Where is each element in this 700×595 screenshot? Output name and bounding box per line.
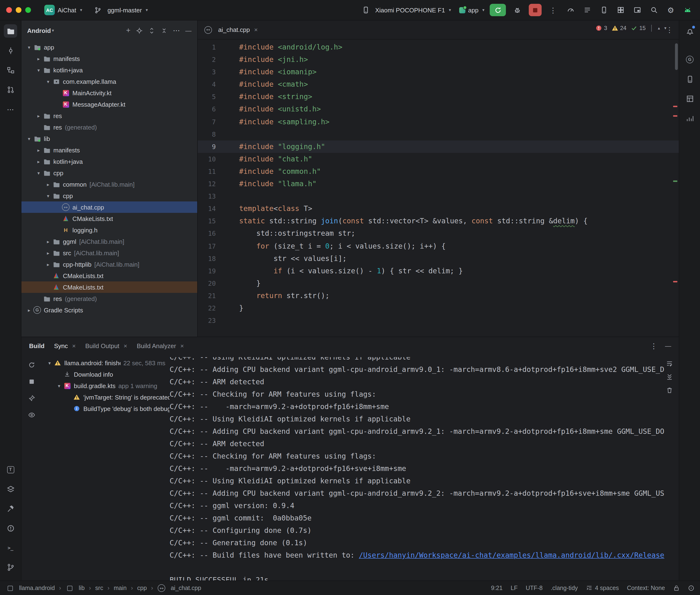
project-folder-button[interactable] bbox=[4, 24, 17, 38]
tree-item[interactable]: CMakeLists.txt bbox=[22, 213, 197, 224]
structure-button[interactable] bbox=[4, 63, 17, 77]
tree-item[interactable]: ▾app bbox=[22, 41, 197, 53]
breadcrumb-item[interactable]: cpp bbox=[137, 585, 147, 591]
pull-requests-button[interactable] bbox=[4, 83, 17, 96]
status-clang-tidy[interactable]: .clang-tidy bbox=[551, 585, 578, 591]
inspections-widget[interactable]: 3 24 15 │ ▴ ▾ bbox=[593, 24, 668, 32]
eye-button[interactable] bbox=[26, 409, 37, 421]
stop-button[interactable] bbox=[529, 4, 541, 16]
code-line[interactable]: 18 str << values[i]; bbox=[198, 252, 679, 264]
tree-item[interactable]: BuildType 'debug' is both debuggable bbox=[42, 403, 170, 414]
code-line[interactable]: 4#include <cmath> bbox=[198, 78, 679, 91]
scroll-end-button[interactable] bbox=[666, 373, 673, 380]
close-tab-icon[interactable]: × bbox=[72, 342, 76, 349]
todo-button[interactable]: T bbox=[4, 463, 17, 476]
code-line[interactable]: 8 bbox=[198, 128, 679, 140]
code-line[interactable]: 9#include "logging.h" bbox=[198, 140, 679, 153]
gradle-button[interactable]: G bbox=[683, 53, 696, 66]
code-line[interactable]: 6#include <unistd.h> bbox=[198, 103, 679, 115]
status-context[interactable]: Context: None bbox=[627, 585, 665, 591]
tree-item[interactable]: ▾cpp bbox=[22, 167, 197, 178]
chevron-down-icon[interactable]: ▾ bbox=[46, 360, 53, 366]
code-line[interactable]: 1#include <android/log.h> bbox=[198, 41, 679, 53]
chevron-right-icon[interactable]: ▸ bbox=[44, 182, 52, 187]
close-tab-icon[interactable]: × bbox=[254, 26, 258, 33]
settings-button[interactable]: ⚙ bbox=[665, 4, 677, 16]
tree-item[interactable]: ▾cpp bbox=[22, 190, 197, 201]
tree-item[interactable]: CMakeLists.txt bbox=[22, 281, 197, 293]
code-line[interactable]: 16 std::ostringstream str; bbox=[198, 227, 679, 240]
error-stripe-mark[interactable] bbox=[673, 281, 677, 282]
logcat-button[interactable] bbox=[581, 4, 593, 16]
chevron-down-icon[interactable]: ▾ bbox=[44, 193, 52, 198]
running-devices-button[interactable] bbox=[631, 4, 644, 16]
chevron-down-icon[interactable]: ▾ bbox=[44, 79, 52, 84]
code-line[interactable]: 2#include <jni.h> bbox=[198, 53, 679, 66]
tree-item[interactable]: ▸src[AiChat.lib.main] bbox=[22, 247, 197, 259]
status-line-ending[interactable]: LF bbox=[511, 585, 517, 591]
window-controls[interactable] bbox=[6, 7, 31, 13]
project-selector[interactable]: AC AiChat ▾ bbox=[44, 5, 82, 15]
tree-item[interactable]: ▾lib bbox=[22, 133, 197, 144]
locate-icon[interactable] bbox=[136, 27, 143, 34]
minimize-window-button[interactable] bbox=[16, 7, 22, 13]
tree-item[interactable]: ▾llama.android: finished22 sec, 583 ms bbox=[42, 357, 170, 369]
breadcrumb-item[interactable]: llama.android bbox=[6, 584, 55, 592]
tree-item[interactable]: ++ai_chat.cpp bbox=[22, 201, 197, 213]
chevron-right-icon[interactable]: ▸ bbox=[44, 239, 52, 244]
breadcrumb-item[interactable]: lib bbox=[65, 584, 85, 592]
code-line[interactable]: 19 if (i < values.size() - 1) { str << d… bbox=[198, 264, 679, 277]
code-line[interactable]: 12#include "llama.h" bbox=[198, 178, 679, 190]
status-lock[interactable] bbox=[673, 585, 680, 591]
chevron-right-icon[interactable]: ▸ bbox=[35, 159, 43, 164]
rerun-button[interactable] bbox=[490, 4, 506, 16]
hide-build-panel-icon[interactable]: — bbox=[665, 342, 671, 349]
code-line[interactable]: 22} bbox=[198, 302, 679, 314]
build-tab-sync[interactable]: Sync× bbox=[54, 342, 76, 349]
change-stripe-mark[interactable] bbox=[673, 180, 677, 182]
code-line[interactable]: 17 for (size_t i = 0; i < values.size();… bbox=[198, 240, 679, 252]
hide-icon[interactable]: — bbox=[185, 27, 192, 34]
problems-button[interactable] bbox=[4, 521, 17, 535]
tree-item[interactable]: ▸res bbox=[22, 110, 197, 121]
user-android-button[interactable] bbox=[681, 4, 694, 16]
notifications-button[interactable] bbox=[683, 24, 696, 38]
code-line[interactable]: 5#include <string> bbox=[198, 91, 679, 103]
add-icon[interactable]: + bbox=[126, 27, 131, 34]
device-selector[interactable]: Xiaomi POCOPHONE F1 ▾ bbox=[361, 6, 451, 14]
chevron-right-icon[interactable]: ▸ bbox=[44, 250, 52, 255]
code-line[interactable]: 13 bbox=[198, 190, 679, 202]
tree-item[interactable]: res(generated) bbox=[22, 121, 197, 133]
tree-item[interactable]: ▸GGradle Scripts bbox=[22, 304, 197, 316]
status-caret-position[interactable]: 9:21 bbox=[491, 585, 503, 591]
tree-item[interactable]: res(generated) bbox=[22, 293, 197, 304]
debug-button[interactable] bbox=[511, 4, 524, 16]
next-problem-icon[interactable]: ▾ bbox=[664, 26, 666, 30]
status-inspections-widget[interactable] bbox=[688, 585, 695, 591]
clear-button[interactable] bbox=[666, 387, 673, 394]
run-configuration-selector[interactable]: app ▾ bbox=[459, 6, 484, 13]
close-window-button[interactable] bbox=[6, 7, 12, 13]
build-tab-build-analyzer[interactable]: Build Analyzer× bbox=[137, 342, 184, 349]
code-line[interactable]: 15static std::string join(const std::vec… bbox=[198, 215, 679, 227]
tree-item[interactable]: KMessageAdapter.kt bbox=[22, 98, 197, 110]
chevron-down-icon[interactable]: ▾ bbox=[25, 136, 33, 141]
build-console[interactable]: C/C++: -- Using KleidiAI optimized kerne… bbox=[170, 357, 671, 580]
search-button[interactable] bbox=[648, 4, 660, 16]
close-tab-icon[interactable]: × bbox=[123, 342, 127, 349]
stop-square-button[interactable] bbox=[26, 376, 37, 387]
tree-item[interactable]: ▸cpp-httplib[AiChat.lib.main] bbox=[22, 259, 197, 270]
rerun-button[interactable] bbox=[26, 359, 37, 370]
editor-tab[interactable]: ++ ai_chat.cpp × bbox=[198, 21, 264, 39]
soft-wrap-button[interactable] bbox=[666, 360, 673, 367]
app-inspection-button[interactable] bbox=[615, 4, 627, 16]
chevron-down-icon[interactable]: ▾ bbox=[35, 170, 43, 175]
build-options-icon[interactable]: ⋮ bbox=[650, 342, 657, 349]
code-line[interactable]: 11#include "common.h" bbox=[198, 165, 679, 178]
device-mirroring-button[interactable] bbox=[4, 482, 17, 496]
device-manager-button[interactable] bbox=[598, 4, 610, 16]
close-tab-icon[interactable]: × bbox=[180, 342, 184, 349]
tree-item[interactable]: 'jvmTarget: String' is deprecated bbox=[42, 391, 170, 403]
version-control-button[interactable] bbox=[4, 561, 17, 574]
tree-item[interactable]: ▸manifests bbox=[22, 144, 197, 156]
